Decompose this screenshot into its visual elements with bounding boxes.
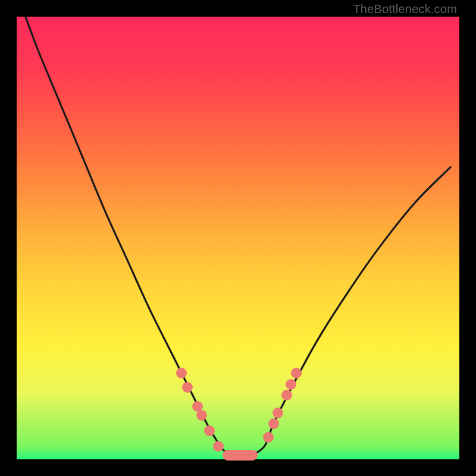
marker-left-0: [176, 368, 187, 378]
marker-left-4: [204, 425, 215, 436]
marker-right-1: [268, 418, 279, 429]
watermark-text: TheBottleneck.com: [353, 2, 457, 16]
marker-right-0: [263, 432, 274, 443]
marker-left-3: [196, 410, 207, 421]
plot-background: [17, 17, 459, 459]
marker-right-3: [281, 390, 292, 400]
marker-right-4: [286, 379, 296, 390]
trough-bar: [223, 450, 258, 461]
marker-right-2: [273, 408, 283, 418]
marker-left-1: [182, 382, 193, 393]
marker-right-5: [291, 368, 302, 378]
marker-left-5: [213, 441, 224, 452]
chart-frame: TheBottleneck.com: [17, 17, 459, 459]
